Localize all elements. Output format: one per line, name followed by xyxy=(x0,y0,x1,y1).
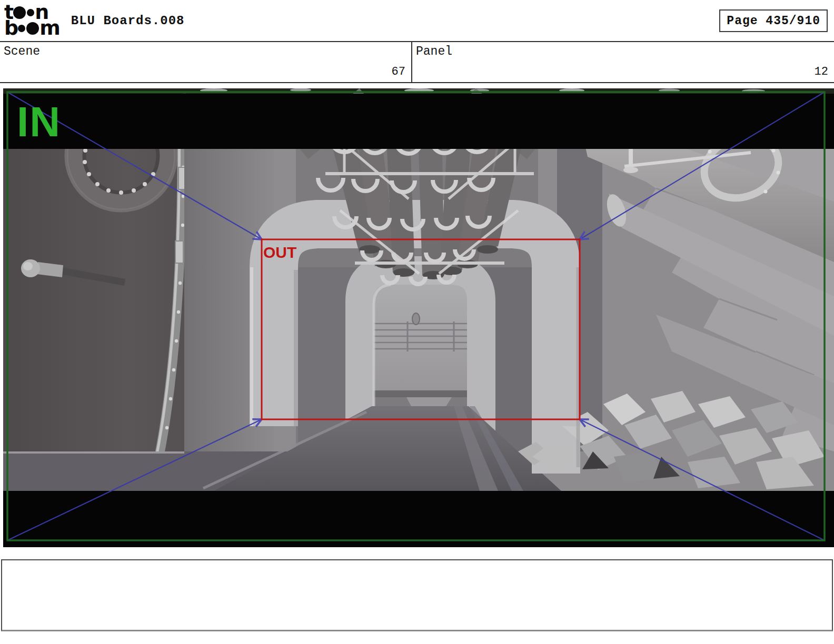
toonboom-logo: tn bm xyxy=(4,5,59,36)
page-header: tn bm BLU Boards.008 Page 435/910 xyxy=(0,0,834,41)
camera-in-label: IN xyxy=(17,101,61,143)
project-title: BLU Boards.008 xyxy=(71,14,185,28)
scene-label: Scene xyxy=(4,45,40,58)
storyboard-render xyxy=(3,88,834,547)
camera-out-label: OUT xyxy=(263,245,296,260)
logo-letter: m xyxy=(39,20,59,36)
logo-dot-icon xyxy=(27,9,34,16)
scene-number: 67 xyxy=(392,65,405,78)
letterbox-bottom xyxy=(3,491,834,547)
panel-label: Panel xyxy=(416,45,452,58)
logo-dot-icon xyxy=(18,25,25,32)
scene-panel-row: Scene 67 Panel 12 xyxy=(0,41,834,83)
caption-box xyxy=(1,559,833,631)
panel-number: 12 xyxy=(815,65,828,78)
page-indicator: Page 435/910 xyxy=(719,9,828,32)
storyboard-panel-image: IN OUT xyxy=(3,88,834,547)
letterbox-top xyxy=(3,94,834,149)
panel-cell: Panel 12 xyxy=(412,42,834,82)
far-door-handle xyxy=(412,313,420,325)
logo-dot-icon xyxy=(26,22,39,35)
scene-cell: Scene 67 xyxy=(0,42,412,82)
logo-letter: b xyxy=(4,20,17,36)
logo-row-bottom: bm xyxy=(4,21,59,36)
